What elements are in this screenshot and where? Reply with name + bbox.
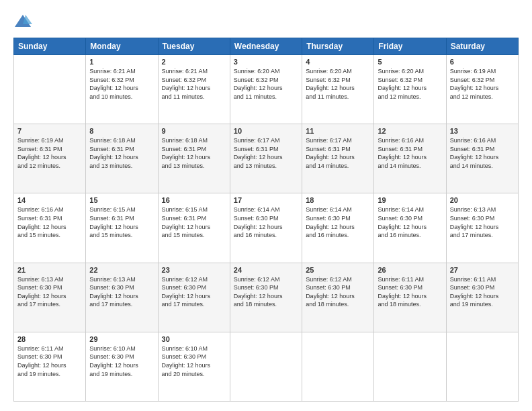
- day-number: 23: [162, 266, 226, 274]
- day-cell: 5Sunrise: 6:20 AMSunset: 6:32 PMDaylight…: [374, 55, 446, 124]
- day-cell: 22Sunrise: 6:13 AMSunset: 6:30 PMDayligh…: [86, 263, 158, 332]
- day-number: 10: [234, 127, 298, 135]
- day-cell: 19Sunrise: 6:14 AMSunset: 6:30 PMDayligh…: [374, 193, 446, 263]
- day-cell: 29Sunrise: 6:10 AMSunset: 6:30 PMDayligh…: [86, 332, 158, 401]
- day-info: Sunrise: 6:14 AMSunset: 6:30 PMDaylight:…: [306, 205, 370, 239]
- day-cell: 3Sunrise: 6:20 AMSunset: 6:32 PMDaylight…: [230, 55, 302, 124]
- day-info: Sunrise: 6:21 AMSunset: 6:32 PMDaylight:…: [89, 67, 154, 101]
- day-cell: 26Sunrise: 6:11 AMSunset: 6:30 PMDayligh…: [374, 263, 446, 332]
- svg-marker-2: [23, 15, 32, 24]
- day-cell: 7Sunrise: 6:19 AMSunset: 6:31 PMDaylight…: [14, 124, 86, 193]
- day-info: Sunrise: 6:14 AMSunset: 6:30 PMDaylight:…: [378, 205, 442, 239]
- day-number: 22: [89, 266, 154, 274]
- day-number: 13: [450, 127, 515, 135]
- day-number: 20: [450, 196, 515, 204]
- day-cell: [230, 332, 302, 401]
- day-cell: 14Sunrise: 6:16 AMSunset: 6:31 PMDayligh…: [14, 193, 86, 263]
- day-cell: 10Sunrise: 6:17 AMSunset: 6:31 PMDayligh…: [230, 124, 302, 193]
- week-row-3: 21Sunrise: 6:13 AMSunset: 6:30 PMDayligh…: [14, 263, 519, 332]
- day-number: 9: [162, 127, 226, 135]
- day-info: Sunrise: 6:17 AMSunset: 6:31 PMDaylight:…: [306, 136, 370, 170]
- day-number: 21: [17, 266, 82, 274]
- day-info: Sunrise: 6:16 AMSunset: 6:31 PMDaylight:…: [378, 136, 442, 170]
- day-info: Sunrise: 6:12 AMSunset: 6:30 PMDaylight:…: [234, 275, 298, 309]
- week-row-2: 14Sunrise: 6:16 AMSunset: 6:31 PMDayligh…: [14, 193, 519, 263]
- day-number: 4: [306, 58, 370, 66]
- logo-icon: [13, 12, 32, 31]
- day-cell: 25Sunrise: 6:12 AMSunset: 6:30 PMDayligh…: [302, 263, 374, 332]
- day-number: 8: [89, 127, 154, 135]
- day-number: 14: [17, 196, 82, 204]
- col-header-saturday: Saturday: [446, 38, 518, 55]
- day-number: 16: [162, 196, 226, 204]
- day-info: Sunrise: 6:21 AMSunset: 6:32 PMDaylight:…: [162, 67, 226, 101]
- day-cell: 27Sunrise: 6:11 AMSunset: 6:30 PMDayligh…: [446, 263, 518, 332]
- header-row: SundayMondayTuesdayWednesdayThursdayFrid…: [14, 38, 519, 55]
- day-info: Sunrise: 6:13 AMSunset: 6:30 PMDaylight:…: [450, 205, 515, 239]
- day-cell: 4Sunrise: 6:20 AMSunset: 6:32 PMDaylight…: [302, 55, 374, 124]
- day-cell: 13Sunrise: 6:16 AMSunset: 6:31 PMDayligh…: [446, 124, 518, 193]
- day-info: Sunrise: 6:15 AMSunset: 6:31 PMDaylight:…: [89, 205, 154, 239]
- week-row-0: 1Sunrise: 6:21 AMSunset: 6:32 PMDaylight…: [14, 55, 519, 124]
- day-cell: 18Sunrise: 6:14 AMSunset: 6:30 PMDayligh…: [302, 193, 374, 263]
- day-info: Sunrise: 6:18 AMSunset: 6:31 PMDaylight:…: [162, 136, 226, 170]
- day-cell: 24Sunrise: 6:12 AMSunset: 6:30 PMDayligh…: [230, 263, 302, 332]
- day-number: 26: [378, 266, 442, 274]
- day-cell: 28Sunrise: 6:11 AMSunset: 6:30 PMDayligh…: [14, 332, 86, 401]
- day-cell: 8Sunrise: 6:18 AMSunset: 6:31 PMDaylight…: [86, 124, 158, 193]
- day-info: Sunrise: 6:10 AMSunset: 6:30 PMDaylight:…: [162, 345, 226, 378]
- day-number: 15: [89, 196, 154, 204]
- day-info: Sunrise: 6:10 AMSunset: 6:30 PMDaylight:…: [89, 345, 154, 378]
- day-cell: 30Sunrise: 6:10 AMSunset: 6:30 PMDayligh…: [158, 332, 230, 401]
- day-info: Sunrise: 6:13 AMSunset: 6:30 PMDaylight:…: [17, 275, 82, 309]
- day-info: Sunrise: 6:17 AMSunset: 6:31 PMDaylight:…: [234, 136, 298, 170]
- week-row-4: 28Sunrise: 6:11 AMSunset: 6:30 PMDayligh…: [14, 332, 519, 401]
- calendar-table: SundayMondayTuesdayWednesdayThursdayFrid…: [13, 38, 519, 402]
- week-row-1: 7Sunrise: 6:19 AMSunset: 6:31 PMDaylight…: [14, 124, 519, 193]
- day-info: Sunrise: 6:12 AMSunset: 6:30 PMDaylight:…: [306, 275, 370, 309]
- day-number: 12: [378, 127, 442, 135]
- day-info: Sunrise: 6:20 AMSunset: 6:32 PMDaylight:…: [234, 67, 298, 101]
- day-cell: 2Sunrise: 6:21 AMSunset: 6:32 PMDaylight…: [158, 55, 230, 124]
- day-cell: [302, 332, 374, 401]
- day-info: Sunrise: 6:16 AMSunset: 6:31 PMDaylight:…: [17, 205, 82, 239]
- day-info: Sunrise: 6:14 AMSunset: 6:30 PMDaylight:…: [234, 205, 298, 239]
- day-info: Sunrise: 6:20 AMSunset: 6:32 PMDaylight:…: [378, 67, 442, 101]
- day-cell: 12Sunrise: 6:16 AMSunset: 6:31 PMDayligh…: [374, 124, 446, 193]
- col-header-monday: Monday: [86, 38, 158, 55]
- col-header-wednesday: Wednesday: [230, 38, 302, 55]
- day-number: 18: [306, 196, 370, 204]
- day-number: 19: [378, 196, 442, 204]
- logo: [13, 12, 35, 31]
- day-number: 24: [234, 266, 298, 274]
- day-info: Sunrise: 6:19 AMSunset: 6:32 PMDaylight:…: [450, 67, 515, 101]
- day-info: Sunrise: 6:12 AMSunset: 6:30 PMDaylight:…: [162, 275, 226, 309]
- day-number: 17: [234, 196, 298, 204]
- day-info: Sunrise: 6:19 AMSunset: 6:31 PMDaylight:…: [17, 136, 82, 170]
- day-cell: 17Sunrise: 6:14 AMSunset: 6:30 PMDayligh…: [230, 193, 302, 263]
- col-header-thursday: Thursday: [302, 38, 374, 55]
- day-number: 2: [162, 58, 226, 66]
- day-number: 27: [450, 266, 515, 274]
- day-number: 28: [17, 335, 82, 343]
- col-header-tuesday: Tuesday: [158, 38, 230, 55]
- day-cell: 23Sunrise: 6:12 AMSunset: 6:30 PMDayligh…: [158, 263, 230, 332]
- day-info: Sunrise: 6:20 AMSunset: 6:32 PMDaylight:…: [306, 67, 370, 101]
- header: [13, 12, 519, 31]
- col-header-friday: Friday: [374, 38, 446, 55]
- day-cell: 1Sunrise: 6:21 AMSunset: 6:32 PMDaylight…: [86, 55, 158, 124]
- day-info: Sunrise: 6:11 AMSunset: 6:30 PMDaylight:…: [17, 345, 82, 378]
- day-cell: 9Sunrise: 6:18 AMSunset: 6:31 PMDaylight…: [158, 124, 230, 193]
- day-info: Sunrise: 6:16 AMSunset: 6:31 PMDaylight:…: [450, 136, 515, 170]
- day-info: Sunrise: 6:15 AMSunset: 6:31 PMDaylight:…: [162, 205, 226, 239]
- day-number: 30: [162, 335, 226, 343]
- day-number: 3: [234, 58, 298, 66]
- day-cell: 6Sunrise: 6:19 AMSunset: 6:32 PMDaylight…: [446, 55, 518, 124]
- day-number: 25: [306, 266, 370, 274]
- day-cell: 11Sunrise: 6:17 AMSunset: 6:31 PMDayligh…: [302, 124, 374, 193]
- day-info: Sunrise: 6:11 AMSunset: 6:30 PMDaylight:…: [450, 275, 515, 309]
- day-cell: 21Sunrise: 6:13 AMSunset: 6:30 PMDayligh…: [14, 263, 86, 332]
- day-cell: [374, 332, 446, 401]
- page: SundayMondayTuesdayWednesdayThursdayFrid…: [0, 0, 532, 411]
- day-cell: [446, 332, 518, 401]
